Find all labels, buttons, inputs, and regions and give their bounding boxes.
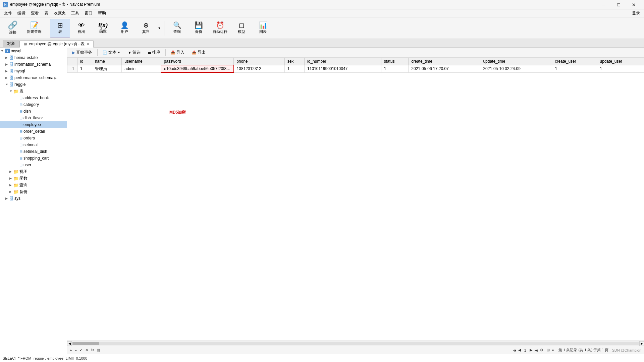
tree-arrow-sys[interactable]: ▶	[5, 197, 9, 200]
nav-settings-button[interactable]: ⚙	[540, 348, 543, 352]
tree-arrow-functions[interactable]: ▶	[9, 177, 13, 180]
toolbar-new-query[interactable]: 📝 新建查询	[24, 19, 44, 38]
col-header-id-number[interactable]: id_number	[305, 58, 381, 65]
tree-arrow-mysql[interactable]: ▼	[1, 49, 5, 53]
menu-table[interactable]: 表	[42, 10, 51, 17]
tab-employee[interactable]: ⊞ employee @reggie (mysql) - 表 ✕	[19, 40, 94, 48]
toolbar-auto-run[interactable]: ⏰ 自动运行	[210, 19, 230, 38]
col-header-status[interactable]: status	[381, 58, 409, 65]
export-button[interactable]: 📤 导出	[189, 49, 209, 57]
tree-item-category[interactable]: ⊞ category	[0, 101, 67, 108]
cell-sex[interactable]: 1	[284, 65, 304, 72]
toolbar-model[interactable]: ◻ 模型	[231, 19, 252, 38]
tree-item-perf[interactable]: ▶ 🗄 performance_schema ▶	[0, 74, 67, 81]
hscroll[interactable]: ◀ ▶	[67, 341, 644, 346]
tree-item-setmeal[interactable]: ⊞ setmeal	[0, 141, 67, 148]
tree-arrow-tables[interactable]: ▼	[9, 89, 13, 93]
tree-arrow-heima[interactable]: ▶	[5, 56, 9, 59]
tree-item-tables-folder[interactable]: ▼ 📁 表	[0, 88, 67, 95]
cell-username[interactable]: admin	[122, 65, 161, 72]
import-button[interactable]: 📥 导入	[168, 49, 187, 57]
hscroll-track[interactable]	[72, 342, 639, 345]
list-view-button[interactable]: ≡	[552, 348, 554, 352]
grid-view-button[interactable]: ⊞	[547, 348, 550, 352]
toolbar-backup[interactable]: 💾 备份	[189, 19, 209, 38]
tree-item-queries-folder[interactable]: ▶ 📁 查询	[0, 182, 67, 188]
tree-arrow-mysql-db[interactable]: ▶	[5, 69, 9, 73]
toolbar-other[interactable]: ⊕ 其它	[136, 19, 156, 38]
delete-row-button[interactable]: −	[74, 348, 76, 352]
tree-item-views-folder[interactable]: ▶ 📁 视图	[0, 168, 67, 175]
toolbar-connect[interactable]: 🔗 连接	[3, 19, 23, 38]
tree-arrow-reggie[interactable]: ▼	[5, 83, 9, 86]
cell-create-time[interactable]: 2021-05-06 17:20:07	[409, 65, 480, 72]
cell-password[interactable]: e10adc3949ba59abbe56e057f20f883e	[161, 65, 234, 72]
col-header-update-user[interactable]: update_user	[597, 58, 644, 65]
toolbar-function[interactable]: f(x) 函数	[93, 19, 113, 38]
nav-prev-button[interactable]: ◀	[518, 348, 521, 352]
nav-last-button[interactable]: ⏭	[534, 348, 538, 352]
add-row-button[interactable]: +	[70, 348, 72, 352]
tree-arrow-backup[interactable]: ▶	[9, 190, 13, 193]
toolbar-other-arrow[interactable]: ▼	[157, 19, 161, 38]
toolbar-view[interactable]: 👁 视图	[71, 19, 92, 38]
tree-item-employee[interactable]: ⊞ employee	[0, 121, 67, 128]
login-button[interactable]: 登录	[629, 10, 643, 17]
menu-favorites[interactable]: 收藏夹	[51, 10, 68, 17]
filter-button[interactable]: ▼ 筛选	[125, 49, 144, 57]
cell-status[interactable]: 1	[381, 65, 409, 72]
col-header-name[interactable]: name	[92, 58, 121, 65]
menu-tools[interactable]: 工具	[68, 10, 82, 17]
menu-file[interactable]: 文件	[1, 10, 15, 17]
nav-first-button[interactable]: ⏮	[513, 348, 516, 352]
cancel-edit-button[interactable]: ✕	[85, 348, 88, 352]
cell-id[interactable]: 1	[77, 65, 92, 72]
col-header-password[interactable]: password	[161, 58, 234, 65]
cell-phone[interactable]: 13812312312	[234, 65, 285, 72]
tree-arrow-info[interactable]: ▶	[5, 63, 9, 66]
toolbar-chart[interactable]: 📊 图表	[253, 19, 273, 38]
tree-arrow-perf[interactable]: ▶	[5, 76, 9, 79]
tree-item-reggie[interactable]: ▼ 🗄 reggie	[0, 81, 67, 88]
tree-item-sys[interactable]: ▶ 🗄 sys	[0, 195, 67, 202]
tree-item-shopping-cart[interactable]: ⊞ shopping_cart	[0, 155, 67, 162]
tree-item-order-detail[interactable]: ⊞ order_detail	[0, 128, 67, 135]
hscroll-left[interactable]: ◀	[67, 341, 72, 346]
tree-arrow-views[interactable]: ▶	[9, 170, 13, 173]
sort-button[interactable]: ☰ 排序	[145, 49, 163, 57]
tree-item-mysql[interactable]: ▼ ● mysql	[0, 48, 67, 54]
text-button[interactable]: 📄 文本 ▼	[100, 49, 123, 57]
toolbar-user[interactable]: 👤 用户	[114, 19, 135, 38]
tree-item-info-schema[interactable]: ▶ 🗄 information_schema	[0, 61, 67, 68]
tab-close-icon[interactable]: ✕	[87, 42, 89, 46]
cell-id-number[interactable]: 110101199001010047	[305, 65, 381, 72]
tab-object[interactable]: 对象	[3, 40, 19, 47]
begin-transaction-button[interactable]: ▶ 开始事务	[69, 49, 95, 57]
hscroll-right[interactable]: ▶	[639, 341, 644, 346]
tree-item-address-book[interactable]: ⊞ address_book	[0, 95, 67, 101]
tree-item-dish-flavor[interactable]: ⊞ dish_flavor	[0, 115, 67, 121]
col-header-phone[interactable]: phone	[234, 58, 285, 65]
maximize-button[interactable]: □	[611, 0, 626, 9]
tree-item-user[interactable]: ⊞ user	[0, 162, 67, 168]
menu-view[interactable]: 查看	[28, 10, 42, 17]
col-header-username[interactable]: username	[122, 58, 161, 65]
toolbar-query[interactable]: 🔍 查询	[167, 19, 187, 38]
cell-update-time[interactable]: 2021-05-10 02:24:09	[480, 65, 552, 72]
tree-item-mysql-db[interactable]: ▶ 🗄 mysql	[0, 68, 67, 74]
tree-item-setmeal-dish[interactable]: ⊞ setmeal_dish	[0, 148, 67, 155]
confirm-button[interactable]: ✓	[79, 348, 83, 352]
tree-item-orders[interactable]: ⊞ orders	[0, 135, 67, 141]
cell-name[interactable]: 管理员	[92, 65, 121, 72]
refresh-button[interactable]: ↻	[91, 348, 94, 352]
menu-help[interactable]: 帮助	[95, 10, 109, 17]
tree-item-backup-folder[interactable]: ▶ 📁 备份	[0, 188, 67, 195]
tree-item-functions-folder[interactable]: ▶ 📁 函数	[0, 175, 67, 182]
menu-edit[interactable]: 编辑	[15, 10, 28, 17]
col-header-update-time[interactable]: update_time	[480, 58, 552, 65]
tree-item-heima[interactable]: ▶ 🗄 heima-estate	[0, 54, 67, 61]
col-header-id[interactable]: id	[77, 58, 92, 65]
cell-create-user[interactable]: 1	[552, 65, 597, 72]
filter-toggle-button[interactable]: ▤	[97, 348, 100, 352]
nav-next-button[interactable]: ▶	[530, 348, 532, 352]
